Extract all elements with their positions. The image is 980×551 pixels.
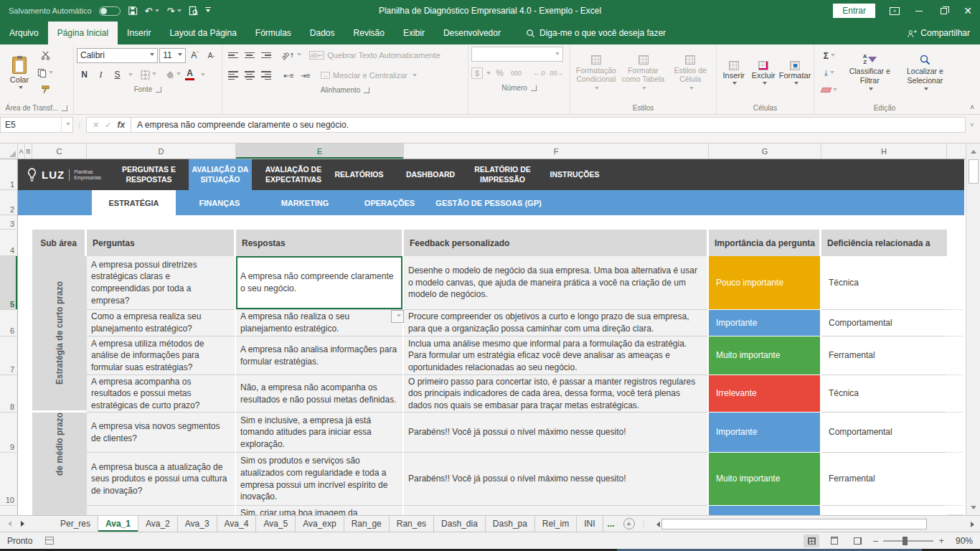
collapse-ribbon-icon[interactable]: ˄ [970, 103, 974, 111]
row-header[interactable]: 2 [0, 190, 17, 215]
row-header-selected[interactable]: 5 [0, 256, 17, 310]
column-header-e[interactable]: E [236, 143, 404, 159]
increase-font-icon[interactable]: Aˆ [187, 48, 202, 63]
ribbon-display-options-icon[interactable]: ˄ [882, 0, 907, 22]
decrease-font-icon[interactable]: Aˇ [204, 48, 219, 63]
cell-importancia[interactable]: Irrelevante [709, 375, 821, 413]
fill-color-icon[interactable] [164, 67, 181, 83]
cell-feedback[interactable]: Parabéns!! Você já possui o nível máximo… [404, 413, 709, 453]
format-painter-icon[interactable] [37, 83, 53, 98]
section-tab-estrategia[interactable]: ESTRATÉGIA [92, 190, 176, 215]
tab-arquivo[interactable]: Arquivo [0, 22, 48, 44]
zoom-slider[interactable] [883, 540, 933, 542]
cell-feedback[interactable] [404, 506, 709, 515]
cell-feedback[interactable]: Procure compreender os objetivos a curto… [404, 310, 709, 336]
font-color-icon[interactable]: A [182, 67, 197, 83]
column-header-b[interactable]: B [25, 143, 32, 159]
cut-icon[interactable] [37, 48, 53, 63]
formula-input[interactable]: A empresa não compreende claramente o se… [131, 117, 966, 133]
redo-icon[interactable]: ↷ [166, 6, 182, 17]
nav-item-relatorio-de-impressao[interactable]: RELATÓRIO DE IMPRESSÃO [468, 159, 537, 190]
cell-resposta[interactable]: Sim, criar uma boa imagem da [236, 506, 404, 515]
cell-resposta[interactable]: Sim os produtos e serviços são atualizad… [236, 453, 404, 506]
tab-revisao[interactable]: Revisão [344, 22, 394, 44]
minimize-button[interactable] [907, 0, 931, 22]
cell-importancia[interactable] [709, 506, 821, 515]
borders-icon[interactable] [141, 67, 156, 83]
insert-cells-button[interactable]: Inserir [720, 47, 748, 102]
comma-format-icon[interactable]: 000 [509, 66, 524, 81]
decrease-decimal-icon[interactable]: .00→ [548, 66, 564, 81]
bold-button[interactable]: N [77, 67, 92, 83]
tab-dados[interactable]: Dados [301, 22, 344, 44]
header-perguntas[interactable]: Perguntas [87, 230, 236, 256]
close-button[interactable]: ✕ [956, 0, 980, 22]
header-sub-area[interactable]: Sub área [32, 230, 87, 256]
cell-deficiencia[interactable] [821, 506, 947, 515]
number-format-select[interactable] [471, 47, 563, 62]
scroll-left-icon[interactable] [651, 518, 661, 530]
cell-feedback[interactable]: O primeiro passo para concertar isto, é … [404, 375, 709, 413]
prev-sheet-icon[interactable] [0, 516, 16, 532]
increase-decimal-icon[interactable]: ←.0 [532, 66, 547, 81]
enter-icon[interactable]: ✓ [105, 121, 111, 130]
cell-importancia[interactable]: Muito importante [709, 336, 821, 375]
align-left-icon[interactable] [225, 68, 240, 83]
cell-pergunta[interactable]: A empresa possui diretrizes estratégicas… [87, 256, 236, 310]
cell-styles-button[interactable]: Estilos de Célula [667, 47, 713, 102]
row-header[interactable]: 1 [0, 159, 17, 190]
row-header[interactable]: 9 [0, 413, 17, 453]
column-header-d[interactable]: D [87, 143, 236, 159]
zoom-in-icon[interactable]: + [938, 535, 944, 546]
tell-me-search[interactable]: Diga-me o que você deseja fazer [526, 22, 666, 44]
cell-deficiencia[interactable]: Ferramental [821, 453, 947, 506]
find-select-button[interactable]: Localizar e Selecionar [898, 47, 952, 102]
expand-formula-bar-icon[interactable]: ˅ [966, 121, 979, 128]
section-tab-marketing[interactable]: MARKETING [273, 190, 337, 215]
nav-item-relatorios[interactable]: RELATÓRIOS [332, 159, 386, 190]
autosum-icon[interactable]: Σ [817, 48, 842, 63]
row-header[interactable]: 10 [0, 453, 17, 506]
wrap-text-button[interactable]: ab↩ Quebrar Texto Automaticamente [309, 48, 440, 63]
next-sheet-icon[interactable] [16, 516, 32, 532]
cell-resposta-selected[interactable]: A empresa não compreende claramente o se… [236, 256, 404, 310]
align-center-icon[interactable] [242, 68, 257, 83]
column-header-c[interactable]: C [32, 143, 87, 159]
cell-resposta[interactable]: Não, a empresa não acompanha os resultad… [236, 375, 404, 413]
autosave-toggle[interactable] [99, 6, 121, 16]
cell-pergunta[interactable]: A empresa visa novos segmentos de client… [87, 413, 236, 453]
vertical-scrollbar[interactable] [966, 143, 980, 515]
scroll-up-icon[interactable] [966, 143, 980, 158]
tab-exibir[interactable]: Exibir [394, 22, 434, 44]
format-cells-button[interactable]: Formatar [779, 47, 811, 102]
cell-pergunta[interactable]: Como a empresa realiza seu planejamento … [87, 310, 236, 336]
orientation-icon[interactable]: ab↗ [281, 48, 301, 63]
new-sheet-icon[interactable]: + [623, 518, 635, 529]
normal-view-icon[interactable] [804, 534, 819, 547]
align-top-icon[interactable] [225, 48, 240, 63]
sheet-tab-ava-5[interactable]: Ava_5 [256, 516, 296, 532]
column-header-g[interactable]: G [709, 143, 821, 159]
column-header-h[interactable]: H [821, 143, 947, 159]
cell-resposta[interactable]: A empresa não realiza o seu planejamento… [236, 310, 404, 336]
column-header-i[interactable] [947, 143, 964, 159]
sheet-tab-ava-2[interactable]: Ava_2 [138, 516, 178, 532]
cell-importancia[interactable]: Muito importante [709, 453, 821, 506]
dialog-launcher-icon[interactable] [62, 105, 67, 111]
merge-center-button[interactable]: ↔ Mesclar e Centralizar [321, 68, 417, 83]
print-preview-icon[interactable] [189, 6, 198, 16]
share-button[interactable]: Compartilhar [907, 22, 980, 44]
name-box[interactable]: E5 [0, 117, 73, 133]
cell-resposta[interactable]: Sim e inclusive, a empresa já está toman… [236, 413, 404, 453]
row-header[interactable]: 7 [0, 336, 17, 375]
scroll-down-icon[interactable] [966, 501, 980, 515]
tab-desenvolvedor[interactable]: Desenvolvedor [434, 22, 510, 44]
sheet-tab-ran-ge[interactable]: Ran_ge [344, 516, 390, 532]
header-respostas[interactable]: Respostas [236, 230, 404, 256]
row-header[interactable]: 4 [0, 230, 17, 256]
column-header-a[interactable]: A [18, 143, 25, 159]
conditional-formatting-button[interactable]: Formatação Condicional [573, 47, 619, 102]
sheet-tab-ini[interactable]: INI [577, 516, 603, 532]
row-header[interactable]: 8 [0, 375, 17, 413]
dialog-launcher-icon[interactable] [364, 88, 369, 93]
